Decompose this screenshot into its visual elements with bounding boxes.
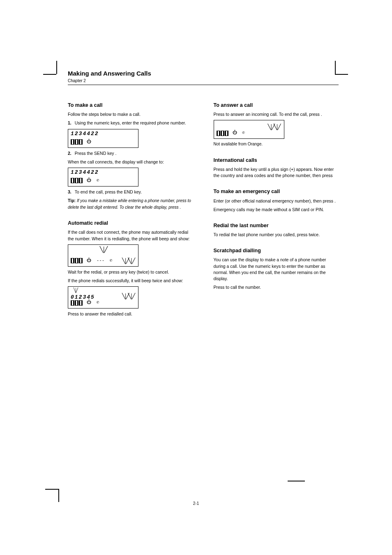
heading-emergency: To make an emergency call [214, 188, 339, 195]
step-2-num: 2. [68, 150, 71, 157]
step-3-num: 3. [68, 189, 71, 195]
step-2-after: When the call connects, the display will… [68, 159, 193, 165]
para-make-intro: Follow the steps below to make a call. [68, 111, 193, 117]
lcd-display-2: 1234422 ⏻ ✆ [68, 168, 138, 187]
step-2-text: Press the SEND key . [75, 150, 117, 157]
heading-last-number: Redial the last number [214, 222, 339, 229]
lcd-display-5: ⏻ ✆ ╲│╱╲│╱ [214, 120, 284, 139]
signal-icon: ╲│╱╲│╱ [122, 293, 134, 301]
right-column: To answer a call Press to answer an inco… [214, 92, 339, 320]
lcd-3-dashes: --- [97, 258, 105, 264]
power-icon: ⏻ [87, 139, 91, 145]
lcd-2-icons: ⏻ ✆ [71, 177, 136, 184]
para-emergency-1: Enter (or other official national emerge… [214, 198, 339, 204]
left-column: To make a call Follow the steps below to… [68, 92, 193, 320]
tip-label: Tip: [68, 198, 76, 203]
power-icon: ⏻ [233, 130, 237, 136]
header-rule [68, 85, 339, 85]
handset-icon: ✆ [242, 130, 245, 136]
lcd-3-icons: ⏻ --- ✆ ╲│╱╲│╱ [71, 258, 136, 265]
heading-make-call: To make a call [68, 101, 193, 109]
power-icon: ⏻ [87, 177, 91, 184]
lcd-display-3: ╲│╱ ⏻ --- ✆ ╲│╱╲│╱ [68, 244, 138, 267]
handset-icon: ✆ [110, 258, 113, 264]
lcd-2-number: 1234422 [71, 169, 99, 177]
step-3-text: To end the call, press the END key. [75, 189, 142, 195]
para-international: Press and hold the key until a plus sign… [214, 166, 339, 179]
para-answer: Press to answer an incoming call. To end… [214, 111, 339, 117]
para-redial-4: Press to answer the redialled call. [68, 311, 193, 317]
antenna-icon: ╲│╱ [74, 288, 77, 294]
chapter-label: Chapter 2 [68, 78, 339, 83]
para-scratch-1: You can use the display to make a note o… [214, 257, 339, 282]
para-emergency-2: Emergency calls may be made without a SI… [214, 207, 339, 213]
lcd-1-number: 1234422 [71, 130, 99, 138]
para-last-number: To redial the last phone number you call… [214, 232, 339, 238]
lcd-display-1: 1234422 ⏻ [68, 129, 138, 148]
power-icon: ⏻ [87, 299, 91, 306]
para-scratch-2: Press to call the number. [214, 284, 339, 290]
power-icon: ⏻ [87, 258, 91, 264]
para-redial-2: Wait for the redial, or press any key (t… [68, 269, 193, 275]
lcd-4-icons: ⏻ ✆ ╲│╱╲│╱ [71, 299, 136, 306]
handset-icon: ✆ [97, 299, 99, 306]
signal-icon: ╲│╱╲│╱ [122, 258, 134, 265]
antenna-icon: ╲│╱ [100, 246, 106, 254]
heading-auto-redial: Automatic redial [68, 219, 193, 227]
tip-text: If you make a mistake while entering a p… [68, 198, 191, 210]
heading-scratchpad: Scratchpad dialling [214, 247, 339, 254]
lcd-1-icons: ⏻ [71, 139, 136, 146]
para-redial-1: If the call does not connect, the phone … [68, 229, 193, 242]
step-1-num: 1. [68, 120, 71, 126]
note-orange: Not available from Orange. [214, 141, 339, 147]
lcd-5-icons: ⏻ ✆ ╲│╱╲│╱ [217, 130, 281, 137]
para-redial-3: If the phone redials successfully, it wi… [68, 278, 193, 284]
step-1-text: Using the numeric keys, enter the requir… [75, 120, 186, 126]
heading-international: International calls [214, 157, 339, 164]
page-title: Making and Answering Calls [68, 70, 339, 77]
page-number: 2-1 [193, 501, 199, 506]
handset-icon: ✆ [97, 177, 99, 184]
signal-icon: ╲│╱╲│╱ [268, 124, 280, 131]
lcd-display-4: ╲│╱ 012345 ⏻ ✆ ╲│╱╲│╱ [68, 286, 138, 309]
heading-answer: To answer a call [214, 101, 339, 109]
